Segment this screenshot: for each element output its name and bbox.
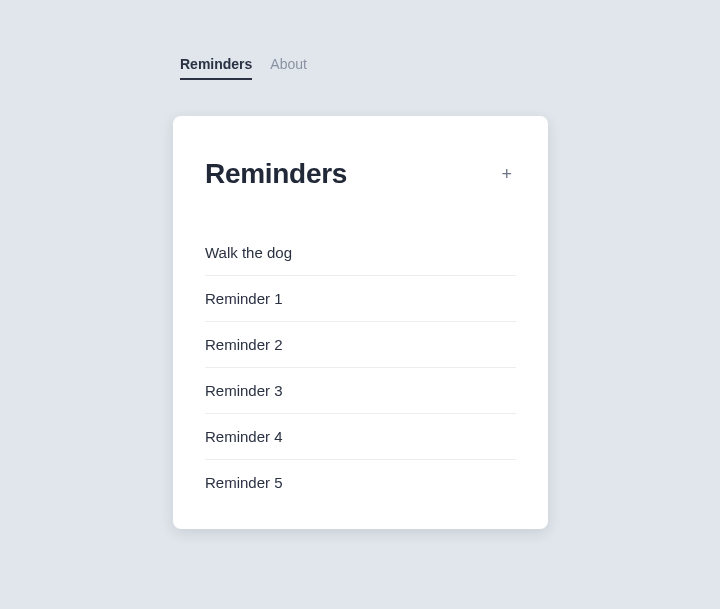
nav-tab-about[interactable]: About <box>270 56 307 80</box>
reminders-list: Walk the dog Reminder 1 Reminder 2 Remin… <box>205 230 516 505</box>
plus-icon[interactable]: + <box>497 161 516 187</box>
list-item[interactable]: Reminder 1 <box>205 276 516 322</box>
card-header: Reminders + <box>205 158 516 190</box>
top-nav: Reminders About <box>180 56 720 80</box>
list-item[interactable]: Reminder 3 <box>205 368 516 414</box>
list-item[interactable]: Reminder 5 <box>205 460 516 505</box>
list-item[interactable]: Reminder 2 <box>205 322 516 368</box>
list-item[interactable]: Walk the dog <box>205 230 516 276</box>
list-item[interactable]: Reminder 4 <box>205 414 516 460</box>
reminders-card: Reminders + Walk the dog Reminder 1 Remi… <box>173 116 548 529</box>
page-title: Reminders <box>205 158 347 190</box>
app-container: Reminders About Reminders + Walk the dog… <box>0 0 720 529</box>
nav-tab-reminders[interactable]: Reminders <box>180 56 252 80</box>
